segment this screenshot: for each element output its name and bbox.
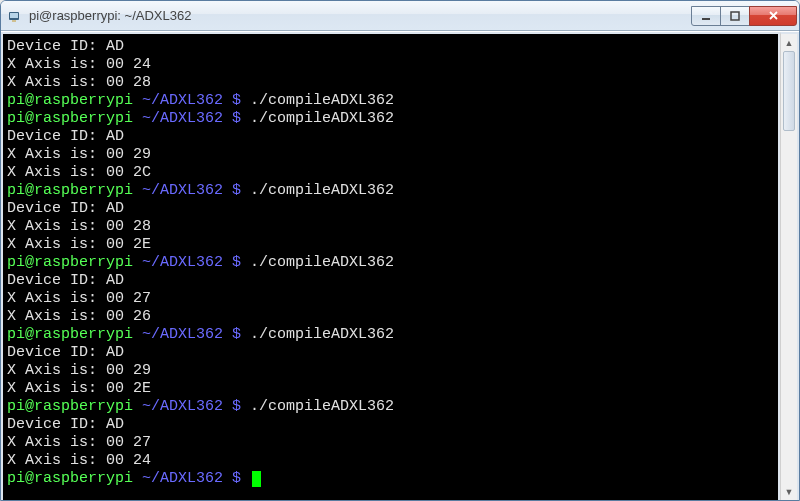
terminal-area: Device ID: ADX Axis is: 00 24X Axis is: … <box>1 31 799 501</box>
terminal-line: X Axis is: 00 2C <box>7 164 774 182</box>
terminal-line: Device ID: AD <box>7 272 774 290</box>
terminal-line: pi@raspberrypi ~/ADXL362 $ ./compileADXL… <box>7 92 774 110</box>
terminal-line: Device ID: AD <box>7 200 774 218</box>
scrollbar[interactable]: ▲ ▼ <box>780 32 799 501</box>
terminal-line: X Axis is: 00 29 <box>7 146 774 164</box>
terminal-line: Device ID: AD <box>7 416 774 434</box>
terminal-line: pi@raspberrypi ~/ADXL362 $ ./compileADXL… <box>7 326 774 344</box>
svg-rect-1 <box>10 13 18 18</box>
scroll-up-arrow[interactable]: ▲ <box>781 34 797 51</box>
svg-rect-2 <box>12 20 16 22</box>
terminal-line: X Axis is: 00 2E <box>7 380 774 398</box>
terminal-line: X Axis is: 00 26 <box>7 308 774 326</box>
svg-rect-4 <box>731 12 739 20</box>
window-title: pi@raspberrypi: ~/ADXL362 <box>29 8 692 23</box>
titlebar[interactable]: pi@raspberrypi: ~/ADXL362 <box>1 1 799 31</box>
terminal-line: Device ID: AD <box>7 38 774 56</box>
terminal-line: X Axis is: 00 24 <box>7 452 774 470</box>
maximize-button[interactable] <box>720 6 750 26</box>
terminal-window: pi@raspberrypi: ~/ADXL362 Device ID: ADX… <box>0 0 800 501</box>
terminal-line: X Axis is: 00 27 <box>7 434 774 452</box>
putty-icon <box>7 8 23 24</box>
scroll-track[interactable] <box>781 51 797 483</box>
terminal-line: pi@raspberrypi ~/ADXL362 $ ./compileADXL… <box>7 398 774 416</box>
terminal-line: X Axis is: 00 28 <box>7 218 774 236</box>
terminal-line: X Axis is: 00 27 <box>7 290 774 308</box>
terminal-line: pi@raspberrypi ~/ADXL362 $ ./compileADXL… <box>7 182 774 200</box>
minimize-button[interactable] <box>691 6 721 26</box>
scroll-thumb[interactable] <box>783 51 795 131</box>
terminal-line: X Axis is: 00 2E <box>7 236 774 254</box>
terminal-line: Device ID: AD <box>7 128 774 146</box>
terminal-line: pi@raspberrypi ~/ADXL362 $ ./compileADXL… <box>7 110 774 128</box>
terminal-output[interactable]: Device ID: ADX Axis is: 00 24X Axis is: … <box>1 32 780 501</box>
terminal-line: pi@raspberrypi ~/ADXL362 $ <box>7 470 774 488</box>
scroll-down-arrow[interactable]: ▼ <box>781 483 797 500</box>
terminal-line: Device ID: AD <box>7 344 774 362</box>
terminal-line: X Axis is: 00 28 <box>7 74 774 92</box>
close-button[interactable] <box>749 6 797 26</box>
terminal-line: X Axis is: 00 24 <box>7 56 774 74</box>
svg-rect-3 <box>702 18 710 20</box>
terminal-line: pi@raspberrypi ~/ADXL362 $ ./compileADXL… <box>7 254 774 272</box>
terminal-line: X Axis is: 00 29 <box>7 362 774 380</box>
window-controls <box>692 6 797 26</box>
